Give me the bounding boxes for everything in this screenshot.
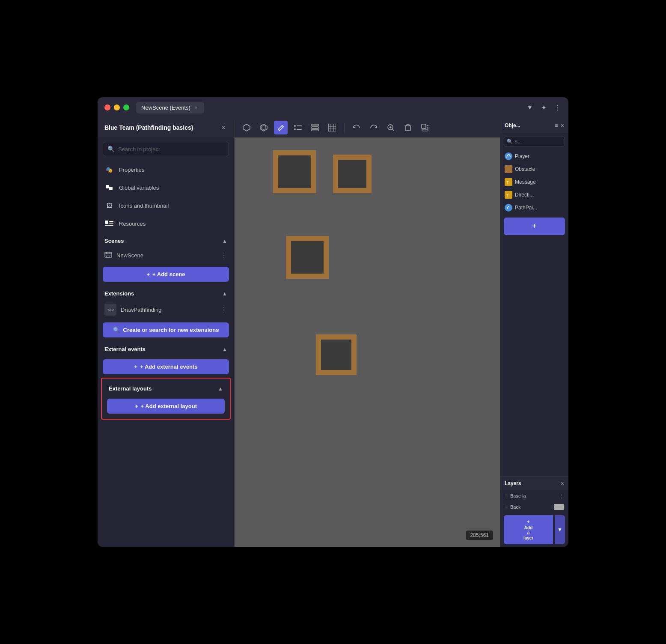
layer-handle-icon: ≡ — [505, 493, 508, 499]
add-external-layout-plus-icon: + — [135, 403, 138, 409]
object-item-obstacle[interactable]: Obstacle — [500, 163, 568, 176]
svg-line-33 — [392, 129, 394, 131]
object-item-player[interactable]: Player — [500, 150, 568, 163]
object-item-message[interactable]: T Message — [500, 176, 568, 188]
toolbar-objects-icon[interactable] — [257, 121, 271, 134]
left-panel: Blue Team (Pathfinding basics) × 🔍 🎭 Pro… — [98, 118, 235, 547]
close-button[interactable] — [104, 104, 110, 110]
objects-search-box[interactable]: 🔍 — [504, 137, 565, 146]
svg-rect-11 — [108, 252, 108, 253]
tab-close-icon[interactable]: × — [193, 104, 199, 110]
toolbar-properties-icon[interactable] — [418, 121, 432, 134]
object-item-pathpaint[interactable]: PathPai... — [500, 201, 568, 214]
menu-item-resources[interactable]: Resources — [98, 215, 234, 233]
toolbar-edit-icon[interactable] — [274, 121, 288, 134]
menu-item-icons-label: Icons and thumbnail — [119, 203, 169, 209]
scene-options-icon[interactable]: ⋮ — [220, 251, 227, 259]
add-layer-dropdown-button[interactable]: ▼ — [555, 515, 565, 544]
add-scene-plus-icon: + — [146, 271, 150, 277]
objects-close-icon[interactable]: × — [561, 122, 564, 129]
objects-panel: Obje... ≡ × 🔍 Player — [500, 118, 568, 476]
scene-item-newscene[interactable]: NewScene ⋮ — [98, 247, 234, 263]
add-layer-button[interactable]: + Addalayer — [504, 515, 553, 544]
canvas-content — [235, 137, 500, 547]
svg-rect-3 — [109, 221, 113, 222]
scenes-chevron-icon[interactable]: ▲ — [222, 238, 227, 244]
canvas-area[interactable]: 285;561 — [235, 118, 500, 547]
menu-item-properties-label: Properties — [119, 167, 144, 173]
extension-options-icon[interactable]: ⋮ — [220, 306, 227, 314]
project-search-box[interactable]: 🔍 — [103, 142, 229, 156]
external-layouts-title: External layouts — [109, 385, 152, 392]
svg-text:</>: </> — [107, 307, 114, 312]
external-events-chevron-icon[interactable]: ▲ — [222, 346, 227, 352]
layers-header: Layers × — [500, 477, 568, 490]
maximize-button[interactable] — [123, 104, 129, 110]
svg-rect-26 — [312, 129, 318, 131]
search-extensions-button[interactable]: 🔍 Create or search for new extensions — [103, 322, 229, 337]
panel-title: Blue Team (Pathfinding basics) — [104, 124, 193, 131]
toolbar-grid-icon[interactable] — [325, 121, 339, 134]
message-icon: T — [505, 178, 512, 186]
layer-item-back[interactable]: ≡ Back — [500, 501, 568, 513]
menu-item-icons-thumbnail[interactable]: 🖼 Icons and thumbnail — [98, 197, 234, 215]
project-search-input[interactable] — [118, 146, 224, 152]
objects-title: Obje... — [505, 122, 520, 128]
extension-item-drawpathfinding[interactable]: </> DrawPathfinding ⋮ — [98, 300, 234, 319]
objects-search-input[interactable] — [514, 139, 549, 144]
svg-rect-24 — [312, 124, 318, 126]
menu-item-global-variables-label: Global variables — [119, 185, 159, 191]
external-events-title: External events — [104, 346, 146, 352]
layer-item-base[interactable]: ≡ Base la ⋮ — [500, 490, 568, 501]
svg-point-20 — [294, 125, 296, 127]
game-object-2 — [273, 150, 316, 193]
titlebar: NewScene (Events) × ▼ ✦ ⋮ — [98, 97, 568, 118]
game-object-inner-4 — [321, 340, 351, 370]
add-scene-button[interactable]: + + Add scene — [103, 267, 229, 282]
menu-item-properties[interactable]: 🎭 Properties — [98, 161, 234, 179]
objects-filter-icon[interactable]: ≡ — [555, 122, 558, 129]
add-external-layout-button[interactable]: + + Add external layout — [107, 399, 225, 414]
panel-header: Blue Team (Pathfinding basics) × — [98, 118, 234, 137]
toolbar-zoom-icon[interactable] — [384, 121, 398, 134]
svg-text:T: T — [506, 193, 509, 197]
svg-line-19 — [282, 125, 283, 127]
game-object-3 — [286, 236, 329, 279]
toolbar-redo-icon[interactable] — [367, 121, 381, 134]
add-layer-label: Addalayer — [523, 525, 533, 541]
add-object-button[interactable]: + — [504, 218, 565, 235]
layer-back-color — [554, 504, 564, 510]
svg-point-22 — [294, 128, 296, 130]
external-events-section-header: External events ▲ — [98, 341, 234, 356]
toolbar-layers-icon[interactable] — [308, 121, 322, 134]
svg-rect-31 — [328, 124, 336, 131]
properties-icon: 🎭 — [104, 165, 114, 174]
more-icon[interactable]: ⋮ — [553, 103, 562, 112]
icons-thumbnail-icon: 🖼 — [104, 201, 114, 210]
object-item-direction[interactable]: T Directi... — [500, 188, 568, 201]
dropdown-icon[interactable]: ▼ — [526, 103, 534, 112]
add-external-events-button[interactable]: + + Add external events — [103, 359, 229, 374]
menu-item-resources-label: Resources — [119, 221, 146, 227]
puzzle-icon[interactable]: ✦ — [539, 103, 548, 112]
svg-marker-16 — [243, 124, 250, 131]
toolbar-undo-icon[interactable] — [350, 121, 363, 134]
menu-item-global-variables[interactable]: Global variables — [98, 179, 234, 197]
layers-close-icon[interactable]: × — [561, 480, 564, 487]
toolbar-events-icon[interactable] — [291, 121, 305, 134]
tab-newscene-events[interactable]: NewScene (Events) × — [136, 102, 204, 113]
svg-text:T: T — [506, 180, 509, 184]
svg-rect-9 — [106, 252, 107, 253]
external-layouts-chevron-icon[interactable]: ▲ — [218, 386, 223, 392]
pathpaint-icon — [505, 204, 512, 212]
search-extensions-label: Create or search for new extensions — [123, 327, 219, 333]
direction-icon: T — [505, 191, 512, 199]
panel-close-button[interactable]: × — [220, 124, 227, 131]
minimize-button[interactable] — [114, 104, 120, 110]
svg-rect-0 — [106, 185, 109, 188]
main-content: Blue Team (Pathfinding basics) × 🔍 🎭 Pro… — [98, 118, 568, 547]
layer-base-options-icon[interactable]: ⋮ — [559, 493, 564, 499]
extensions-chevron-icon[interactable]: ▲ — [222, 291, 227, 297]
toolbar-delete-icon[interactable] — [401, 121, 415, 134]
toolbar-3d-icon[interactable] — [240, 121, 253, 134]
